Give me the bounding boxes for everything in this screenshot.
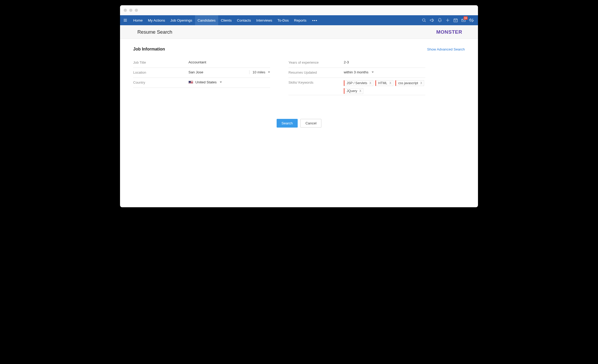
cancel-button[interactable]: Cancel xyxy=(300,119,321,128)
caret-icon xyxy=(220,82,222,83)
nav-item-contacts[interactable]: Contacts xyxy=(234,15,253,25)
mail-badge: 11 xyxy=(464,16,468,20)
label-experience: Years of experience xyxy=(288,59,344,64)
skill-tag: css javascriptX xyxy=(395,80,424,86)
row-experience: Years of experience xyxy=(288,58,425,68)
nav-icon-tray: 31 11 xyxy=(417,15,478,25)
nav-item-clients[interactable]: Clients xyxy=(218,15,234,25)
top-nav: HomeMy ActionsJob OpeningsCandidatesClie… xyxy=(120,15,478,25)
form-col-right: Years of experience Resumes Updated with… xyxy=(288,58,425,95)
skill-tag-label: HTML xyxy=(378,81,387,85)
brand-logo: MonsteR xyxy=(436,29,462,35)
skill-tag-label: JSP / Servlets xyxy=(347,81,367,85)
updated-select[interactable]: within 3 months xyxy=(344,70,374,74)
radius-select[interactable]: 10 miles xyxy=(249,70,270,74)
label-skills: Skills/ Keywords xyxy=(288,79,344,84)
skill-tag: JSP / ServletsX xyxy=(344,80,373,86)
svg-text:31: 31 xyxy=(455,20,456,22)
page-title: Resume Search xyxy=(137,29,172,35)
plus-icon[interactable] xyxy=(445,18,450,23)
input-experience[interactable] xyxy=(344,60,425,64)
caret-icon xyxy=(372,72,374,73)
window-minimize-dot[interactable] xyxy=(129,9,132,12)
skill-tags[interactable]: JSP / ServletsXHTMLXcss javascriptXJQuer… xyxy=(344,80,425,94)
window-titlebar xyxy=(120,5,478,15)
skill-tag: JQueryX xyxy=(344,88,363,94)
radius-value: 10 miles xyxy=(253,70,265,74)
nav-item-interviews[interactable]: Interviews xyxy=(253,15,275,25)
skill-tag-label: JQuery xyxy=(347,89,357,93)
label-location: Location xyxy=(133,69,188,74)
tools-icon[interactable] xyxy=(469,18,474,23)
row-country: Country United States xyxy=(133,78,270,88)
search-button[interactable]: Search xyxy=(277,119,298,128)
section-title: Job Information xyxy=(133,47,165,52)
updated-value: within 3 months xyxy=(344,70,368,74)
window-zoom-dot[interactable] xyxy=(135,9,138,12)
svg-point-0 xyxy=(422,19,425,21)
row-job-title: Job Title xyxy=(133,58,270,68)
button-row: Search Cancel xyxy=(133,119,465,128)
nav-item-job-openings[interactable]: Job Openings xyxy=(168,15,195,25)
app-window: HomeMy ActionsJob OpeningsCandidatesClie… xyxy=(120,5,478,207)
nav-item-to-dos[interactable]: To-Dos xyxy=(275,15,291,25)
nav-item-candidates[interactable]: Candidates xyxy=(195,15,218,25)
mail-icon[interactable]: 11 xyxy=(461,18,466,23)
nav-item-my-actions[interactable]: My Actions xyxy=(145,15,168,25)
input-job-title[interactable] xyxy=(188,60,270,64)
search-icon[interactable] xyxy=(422,18,426,23)
input-location[interactable] xyxy=(188,70,247,74)
subheader: Resume Search MonsteR xyxy=(120,25,478,39)
menu-toggle[interactable] xyxy=(120,15,131,25)
remove-tag-icon[interactable]: X xyxy=(359,89,361,93)
country-select[interactable]: United States xyxy=(188,80,222,84)
window-close-dot[interactable] xyxy=(124,9,127,12)
label-job-title: Job Title xyxy=(133,59,188,64)
skill-tag-label: css javascript xyxy=(398,81,418,85)
label-updated: Resumes Updated xyxy=(288,69,344,74)
nav-item-reports[interactable]: Reports xyxy=(291,15,309,25)
nav-item-home[interactable]: Home xyxy=(131,15,145,25)
hamburger-icon xyxy=(123,18,127,22)
advanced-search-link[interactable]: Show Advanced Search xyxy=(427,47,465,51)
row-updated: Resumes Updated within 3 months xyxy=(288,68,425,78)
calendar-icon[interactable]: 31 xyxy=(453,18,458,23)
bell-icon[interactable] xyxy=(437,18,442,23)
announce-icon[interactable] xyxy=(430,18,434,23)
row-location: Location 10 miles xyxy=(133,68,270,78)
nav-more[interactable]: ••• xyxy=(309,15,321,25)
country-value: United States xyxy=(195,80,217,84)
remove-tag-icon[interactable]: X xyxy=(369,81,371,85)
label-country: Country xyxy=(133,79,188,84)
remove-tag-icon[interactable]: X xyxy=(389,81,391,85)
flag-us-icon xyxy=(188,81,193,84)
skill-tag: HTMLX xyxy=(375,80,393,86)
content-area: Job Information Show Advanced Search Job… xyxy=(120,39,478,207)
remove-tag-icon[interactable]: X xyxy=(420,81,422,85)
form-col-left: Job Title Location 10 miles xyxy=(133,58,270,95)
row-skills: Skills/ Keywords JSP / ServletsXHTMLXcss… xyxy=(288,78,425,95)
caret-icon xyxy=(268,72,270,73)
